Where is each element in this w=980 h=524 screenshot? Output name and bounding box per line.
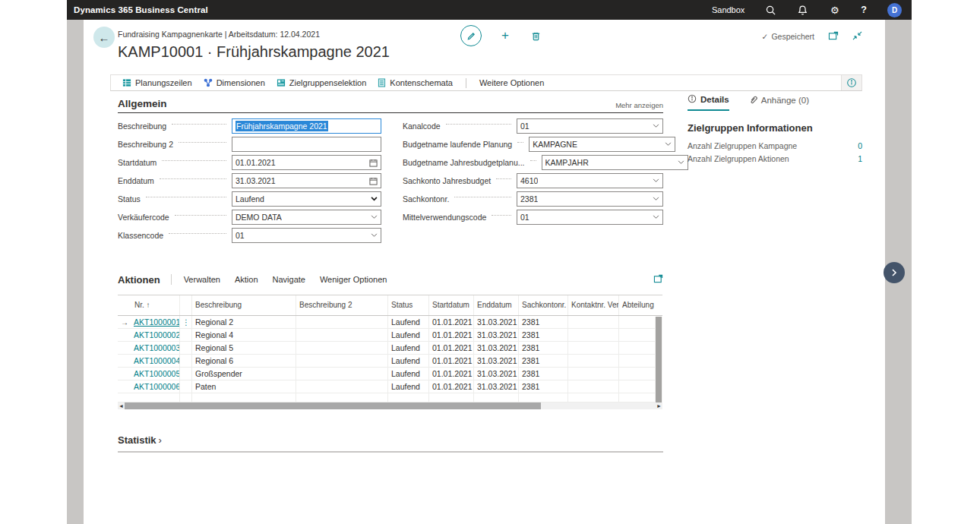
settings-gear-icon[interactable]: ⚙ xyxy=(829,5,840,16)
delete-trash-button[interactable] xyxy=(529,29,542,43)
notifications-bell-icon[interactable] xyxy=(797,5,808,16)
ribbon-zielgruppenselektion[interactable]: Zielgruppenselektion xyxy=(277,78,367,87)
sachkontonr-lookup[interactable]: 2381 xyxy=(517,191,663,207)
kanalcode-lookup[interactable]: 01 xyxy=(517,118,663,134)
edit-pencil-button[interactable] xyxy=(460,25,482,46)
chevron-down-icon[interactable] xyxy=(653,178,659,183)
section-statistik-header[interactable]: Statistik › xyxy=(118,434,663,453)
col-status[interactable]: Status xyxy=(388,295,429,315)
table-row[interactable]: AKT1000004 Regional 6 Laufend 01.01.2021… xyxy=(118,355,662,368)
back-button[interactable]: ← xyxy=(93,27,115,48)
app-title[interactable]: Dynamics 365 Business Central xyxy=(67,5,208,14)
avatar[interactable]: D xyxy=(887,3,902,17)
record-link[interactable]: AKT1000003 xyxy=(134,343,180,352)
klassencode-lookup[interactable]: 01 xyxy=(232,228,381,243)
col-nr[interactable]: Nr. ↑ xyxy=(118,295,180,315)
table-horizontal-scrollbar[interactable]: ◄ ► xyxy=(118,402,662,409)
table-row[interactable]: AKT1000006 Paten Laufend 01.01.2021 31.0… xyxy=(118,380,662,393)
chevron-down-icon[interactable] xyxy=(653,124,659,128)
record-link[interactable]: AKT1000001 xyxy=(134,317,180,327)
account-schedule-icon xyxy=(378,78,386,87)
calendar-icon[interactable] xyxy=(369,177,378,185)
check-icon: ✓ xyxy=(762,32,769,41)
verkaeufercode-lookup[interactable]: DEMO DATA xyxy=(232,210,381,225)
tab-details[interactable]: Details xyxy=(688,94,729,111)
popout-window-icon[interactable] xyxy=(828,30,839,43)
zielgruppen-aktionen-count[interactable]: 1 xyxy=(858,154,862,163)
status-select[interactable]: Laufend xyxy=(232,191,381,207)
next-record-button[interactable] xyxy=(884,262,905,283)
table-row[interactable]: AKT1000002 Regional 4 Laufend 01.01.2021… xyxy=(118,329,662,342)
app-window: Dynamics 365 Business Central Sandbox ⚙ … xyxy=(67,0,912,524)
table-row[interactable]: →AKT1000001 ⋮ Regional 2 Laufend 01.01.2… xyxy=(118,316,662,329)
record-link[interactable]: AKT1000002 xyxy=(134,330,180,339)
aktionen-table: Nr. ↑ Beschreibung Beschreibung 2 Status… xyxy=(118,295,662,409)
row-kebab-menu-icon[interactable]: ⋮ xyxy=(182,318,190,327)
page-title: KAMP10001 · Frühjahrskampagne 2021 xyxy=(118,43,390,61)
menu-navigate[interactable]: Navigate xyxy=(273,275,305,284)
menu-aktion[interactable]: Aktion xyxy=(235,275,258,284)
col-enddatum[interactable]: Enddatum xyxy=(474,295,519,315)
zielgruppen-kampagne-count[interactable]: 0 xyxy=(858,141,862,150)
col-sachkontonr[interactable]: Sachkontonr. xyxy=(519,295,568,315)
chevron-down-icon[interactable] xyxy=(371,197,378,201)
scroll-right-icon[interactable]: ► xyxy=(656,402,662,409)
ribbon-dimensionen[interactable]: Dimensionen xyxy=(204,78,265,87)
field-enddatum: Enddatum 31.03.2021 xyxy=(118,173,381,188)
paperclip-icon xyxy=(749,95,757,106)
search-icon[interactable] xyxy=(765,5,776,16)
topbar: Dynamics 365 Business Central Sandbox ⚙ … xyxy=(67,0,912,20)
col-abteilung-code[interactable]: Abteilung Code xyxy=(619,295,655,315)
beschreibung-input[interactable]: Frühjahrskampagne 2021 xyxy=(232,118,381,134)
calendar-icon[interactable] xyxy=(369,159,378,167)
col-startdatum[interactable]: Startdatum xyxy=(429,295,474,315)
current-row-arrow-icon: → xyxy=(121,318,134,327)
form-column-left: Beschreibung Frühjahrskampagne 2021 Besc… xyxy=(118,118,381,243)
table-row[interactable]: AKT1000003 Regional 5 Laufend 01.01.2021… xyxy=(118,342,662,355)
col-kontaktnr-veranlasser[interactable]: Kontaktnr. Veranlasser xyxy=(568,295,619,315)
tab-anhaenge[interactable]: Anhänge (0) xyxy=(749,94,809,111)
chevron-down-icon[interactable] xyxy=(653,215,659,219)
help-icon[interactable]: ? xyxy=(861,5,867,15)
chevron-down-icon[interactable] xyxy=(371,215,378,219)
record-link[interactable]: AKT1000006 xyxy=(134,382,180,391)
scrollbar-thumb[interactable] xyxy=(125,402,541,409)
mittelverwendungscode-lookup[interactable]: 01 xyxy=(517,210,663,225)
ribbon-planungszeilen[interactable]: Planungszeilen xyxy=(122,78,192,87)
menu-weniger-optionen[interactable]: Weniger Optionen xyxy=(320,275,387,284)
open-in-new-window-icon[interactable] xyxy=(653,273,663,286)
breadcrumb: Fundraising Kampagnenkarte | Arbeitsdatu… xyxy=(118,30,320,39)
table-vertical-scrollbar[interactable] xyxy=(655,317,662,409)
chevron-down-icon[interactable] xyxy=(371,233,378,238)
collapse-icon[interactable] xyxy=(852,30,862,43)
field-sachkontonr: Sachkontonr. 2381 xyxy=(403,191,663,207)
section-allgemein-header[interactable]: Allgemein Mehr anzeigen xyxy=(118,98,663,113)
scroll-left-icon[interactable]: ◄ xyxy=(118,402,125,409)
field-mittelverwendungscode: Mittelverwendungscode 01 xyxy=(403,210,663,225)
chevron-down-icon[interactable] xyxy=(678,160,684,165)
col-beschreibung[interactable]: Beschreibung xyxy=(192,295,296,315)
new-record-button[interactable]: + xyxy=(498,29,512,43)
beschreibung-2-input[interactable] xyxy=(232,137,381,152)
sachkonto-jahresbudget-lookup[interactable]: 4610 xyxy=(517,173,663,188)
record-link[interactable]: AKT1000004 xyxy=(134,356,180,365)
col-beschreibung-2[interactable]: Beschreibung 2 xyxy=(296,295,388,315)
chevron-down-icon[interactable] xyxy=(653,197,659,201)
show-more-link[interactable]: Mehr anzeigen xyxy=(615,101,663,109)
ribbon-divider xyxy=(466,78,466,88)
menu-verwalten[interactable]: Verwalten xyxy=(184,275,220,284)
chevron-down-icon[interactable] xyxy=(665,142,672,147)
divider xyxy=(171,274,172,285)
startdatum-input[interactable]: 01.01.2021 xyxy=(232,155,381,170)
ribbon-more-options[interactable]: Weitere Optionen xyxy=(479,78,544,87)
environment-badge[interactable]: Sandbox xyxy=(712,5,744,14)
aktionen-header: Aktionen Verwalten Aktion Navigate Wenig… xyxy=(118,272,663,287)
factbox-info-button[interactable] xyxy=(841,75,861,90)
record-link[interactable]: AKT1000005 xyxy=(134,369,180,378)
ribbon-kontenschemata[interactable]: Kontenschemata xyxy=(378,78,453,87)
budgetname-jahresbudgetplanung-lookup[interactable]: KAMPJAHR xyxy=(542,155,688,170)
table-row[interactable]: AKT1000005 Großspender Laufend 01.01.202… xyxy=(118,368,662,380)
enddatum-input[interactable]: 31.03.2021 xyxy=(232,173,381,188)
budgetname-laufende-planung-lookup[interactable]: KAMPAGNE xyxy=(529,137,675,152)
table-header-row: Nr. ↑ Beschreibung Beschreibung 2 Status… xyxy=(118,295,662,316)
